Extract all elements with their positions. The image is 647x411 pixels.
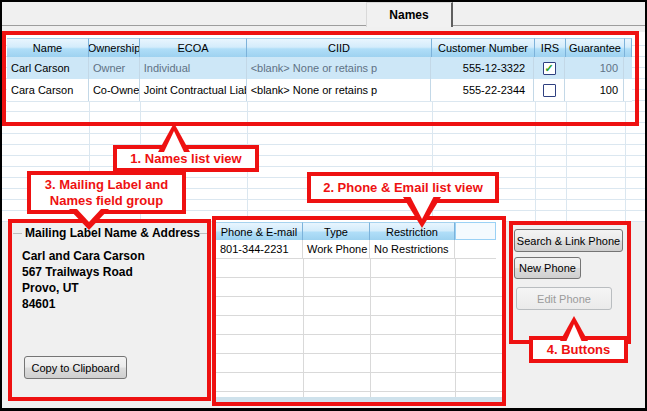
- cell-ecoa: Joint Contractual Liability: [140, 79, 247, 101]
- cell-ownership: Co-Owner: [89, 79, 140, 101]
- callout-3-text-line-1: 3. Mailing Label and: [45, 177, 169, 193]
- names-col-header-ecoa[interactable]: ECOA: [140, 38, 247, 57]
- phone-col-header-extra: [455, 222, 496, 240]
- phone-col-header-restriction[interactable]: Restriction: [370, 222, 455, 240]
- callout-3-text-line-2: Names field group: [50, 193, 163, 209]
- names-col-header-ciid[interactable]: CIID: [247, 38, 432, 57]
- tab-names-label: Names: [389, 8, 428, 22]
- new-phone-button[interactable]: New Phone: [514, 257, 581, 279]
- cell-customer-number: 555-12-3322: [431, 57, 534, 79]
- cell-extra: [624, 57, 632, 79]
- names-list-header: Name Ownership ECOA CIID Customer Number…: [7, 38, 632, 58]
- callout-1-text: 1. Names list view: [130, 151, 241, 167]
- irs-checkbox-unchecked[interactable]: [543, 84, 556, 97]
- phone-column-grid-line: [370, 259, 371, 397]
- cell-restriction: No Restrictions: [370, 240, 455, 258]
- mailing-address-line-1: Carl and Cara Carson: [22, 248, 145, 264]
- names-row-carl-carson[interactable]: Carl Carson Owner Individual <blank> Non…: [7, 57, 632, 79]
- phone-column-grid-line: [303, 259, 304, 397]
- callout-1-names-list-view: 1. Names list view: [113, 145, 259, 172]
- cell-name: Cara Carson: [7, 79, 89, 101]
- mailing-address-line-3: Provo, UT: [22, 280, 145, 296]
- names-col-header-customer-number[interactable]: Customer Number: [432, 38, 535, 57]
- names-col-header-guarantee[interactable]: Guarantee: [566, 38, 625, 57]
- callout-2-phone-email-list-view: 2. Phone & Email list view: [307, 172, 499, 203]
- tab-strip-divider: [2, 25, 645, 26]
- cell-guarantee: 100: [565, 57, 624, 79]
- names-col-header-ownership[interactable]: Ownership: [89, 38, 140, 57]
- cell-irs: ✓: [534, 57, 565, 79]
- callout-4-text: 4. Buttons: [547, 342, 611, 358]
- irs-checkbox-checked[interactable]: ✓: [543, 62, 556, 75]
- phone-col-header-phone-email[interactable]: Phone & E-mail: [216, 222, 303, 240]
- cell-extra: [455, 240, 496, 258]
- phone-list-header: Phone & E-mail Type Restriction: [216, 222, 496, 240]
- phone-col-header-type[interactable]: Type: [303, 222, 370, 240]
- cell-ciid: <blank> None or retains p: [247, 57, 432, 79]
- mailing-address-line-4: 84601: [22, 296, 145, 312]
- mailing-address: Carl and Cara Carson 567 Trailways Road …: [22, 248, 145, 312]
- tab-names[interactable]: Names: [366, 2, 453, 27]
- cell-name: Carl Carson: [7, 57, 89, 79]
- cell-extra: [624, 79, 632, 101]
- callout-4-buttons: 4. Buttons: [529, 336, 628, 363]
- cell-ciid: <blank> None or retains p: [247, 79, 432, 101]
- copy-to-clipboard-button[interactable]: Copy to Clipboard: [24, 356, 127, 379]
- cell-guarantee: 100: [565, 79, 624, 101]
- phone-list-empty-rows: [216, 259, 502, 397]
- cell-irs: [534, 79, 565, 101]
- cell-customer-number: 555-22-2344: [431, 79, 534, 101]
- names-col-header-name[interactable]: Name: [7, 38, 89, 57]
- mailing-address-line-2: 567 Trailways Road: [22, 264, 145, 280]
- names-row-cara-carson[interactable]: Cara Carson Co-Owner Joint Contractual L…: [7, 79, 632, 102]
- phone-column-grid-line: [455, 259, 456, 397]
- phone-list-bottom-strip: [214, 397, 503, 403]
- callout-3-mailing-label-group: 3. Mailing Label and Names field group: [27, 171, 186, 214]
- names-col-header-irs[interactable]: IRS: [535, 38, 566, 57]
- cell-phone-type: Work Phone: [303, 240, 370, 258]
- search-and-link-phone-button[interactable]: Search & Link Phone: [514, 229, 623, 252]
- customer-detail-window: Names Name Ownership ECOA CIID Customer …: [0, 0, 647, 411]
- callout-2-text: 2. Phone & Email list view: [323, 180, 483, 196]
- cell-ownership: Owner: [89, 57, 140, 79]
- groupbox-border-segment: [13, 233, 22, 234]
- cell-phone: 801-344-2231: [216, 240, 303, 258]
- names-col-header-extra: [625, 38, 632, 57]
- cell-ecoa: Individual: [140, 57, 247, 79]
- edit-phone-button: Edit Phone: [516, 287, 612, 310]
- phone-row-801-344-2231[interactable]: 801-344-2231 Work Phone No Restrictions: [216, 240, 496, 259]
- mailing-group-title: Mailing Label Name & Address: [25, 226, 200, 240]
